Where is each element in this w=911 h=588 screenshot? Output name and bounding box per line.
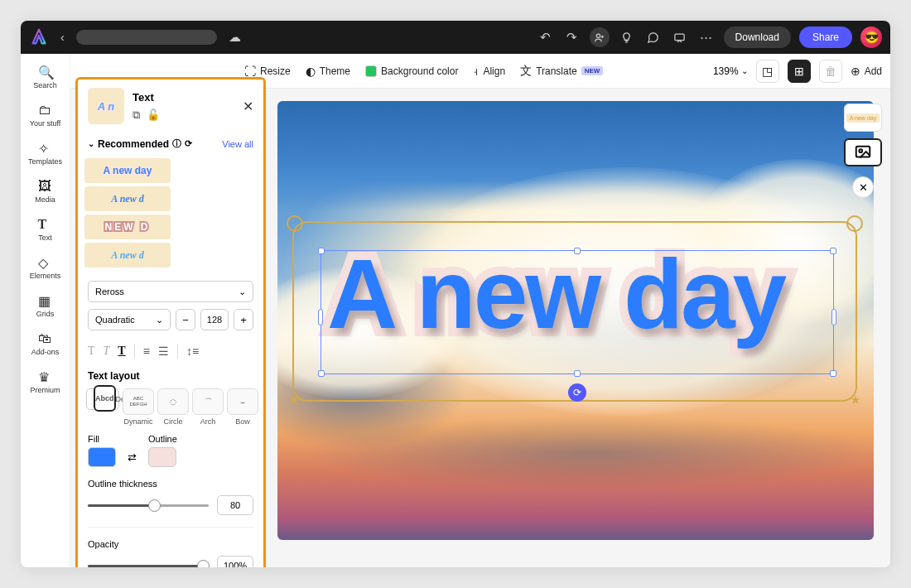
swap-colors-icon[interactable]: ⇄ bbox=[128, 451, 137, 464]
theme-button[interactable]: ◐Theme bbox=[306, 65, 350, 78]
opacity-value[interactable]: 100% bbox=[217, 556, 253, 567]
list-icon[interactable]: ☰ bbox=[158, 345, 169, 358]
align-button[interactable]: ⫞Align bbox=[473, 65, 505, 78]
app-logo[interactable] bbox=[29, 27, 49, 47]
present-icon[interactable] bbox=[671, 28, 689, 46]
style-tile-4[interactable]: A new d bbox=[84, 243, 171, 267]
style-tile-2[interactable]: A new d bbox=[84, 186, 171, 211]
rail-addons[interactable]: 🛍Add-ons bbox=[21, 325, 70, 363]
bgcolor-button[interactable]: Background color bbox=[365, 65, 458, 77]
more-icon[interactable]: ⋯ bbox=[697, 28, 716, 46]
rotate-handle[interactable]: ⟳ bbox=[568, 383, 586, 402]
rail-text[interactable]: TText bbox=[21, 210, 70, 248]
view-all-link[interactable]: View all bbox=[222, 139, 253, 149]
selection-box[interactable]: ⟳ bbox=[321, 250, 834, 374]
layer-thumbs: A new day ✕ bbox=[844, 104, 882, 198]
opacity-slider[interactable] bbox=[88, 565, 209, 567]
doc-title[interactable] bbox=[76, 30, 217, 45]
rail-elements[interactable]: ◇Elements bbox=[21, 248, 70, 287]
rail-search[interactable]: 🔍Search bbox=[21, 58, 70, 96]
add-button[interactable]: ⊕Add bbox=[851, 65, 882, 78]
layout-circle[interactable]: ◌Circle bbox=[157, 388, 189, 426]
panel-title: Text bbox=[133, 91, 234, 104]
text-italic-icon[interactable]: T bbox=[104, 345, 110, 358]
lock-icon[interactable]: 🔓 bbox=[147, 108, 160, 122]
share-button[interactable]: Share bbox=[799, 27, 852, 48]
close-layer-icon[interactable]: ✕ bbox=[852, 176, 874, 198]
back-chevron-icon[interactable]: ‹ bbox=[55, 29, 70, 46]
font-select[interactable]: Reross⌄ bbox=[88, 281, 253, 302]
svg-rect-1 bbox=[675, 34, 684, 41]
spacing-icon[interactable]: ↕≡ bbox=[186, 345, 199, 358]
topbar: ‹ ☁ ↶ ↷ ⋯ Download Share 😎 bbox=[21, 21, 890, 54]
outline-swatch[interactable] bbox=[148, 447, 176, 467]
zoom-level[interactable]: 139%⌄ bbox=[713, 65, 748, 77]
outline-thick-label: Outline thickness bbox=[88, 479, 253, 489]
align-icon[interactable]: ≡ bbox=[143, 345, 150, 358]
rail-grids[interactable]: ▦Grids bbox=[21, 287, 70, 325]
bulb-icon[interactable] bbox=[618, 28, 636, 46]
outline-value[interactable]: 80 bbox=[217, 495, 253, 515]
layout-dynamic[interactable]: ABCDEFGHDynamic bbox=[123, 388, 154, 426]
weight-select[interactable]: Quadratic⌄ bbox=[88, 309, 171, 330]
size-plus[interactable]: + bbox=[234, 309, 253, 330]
left-rail: 🔍Search 🗀Your stuff ✧Templates 🖼Media TT… bbox=[21, 54, 70, 567]
layer-thumb-text[interactable]: A new day bbox=[844, 104, 882, 132]
text-regular-icon[interactable]: T bbox=[88, 345, 95, 358]
size-value[interactable]: 128 bbox=[200, 309, 229, 330]
canvas[interactable]: A new day ⟳ bbox=[277, 101, 874, 540]
text-thumb: A n bbox=[88, 88, 124, 124]
comment-icon[interactable] bbox=[644, 28, 663, 46]
text-layout-label: Text layout bbox=[78, 367, 263, 385]
download-button[interactable]: Download bbox=[724, 27, 791, 48]
fill-swatch[interactable] bbox=[88, 447, 116, 467]
svg-point-3 bbox=[859, 149, 862, 152]
resize-button[interactable]: ⛶Resize bbox=[244, 65, 291, 78]
recommended-label[interactable]: ⌄Recommended ⓘ ⟳ bbox=[88, 137, 192, 150]
layer-thumb-image[interactable] bbox=[844, 138, 882, 166]
outline-slider[interactable] bbox=[88, 504, 209, 507]
layout-bow[interactable]: ⌣Bow bbox=[227, 388, 258, 426]
layout-arch[interactable]: ⌒Arch bbox=[192, 388, 224, 426]
rail-media[interactable]: 🖼Media bbox=[21, 172, 70, 210]
redo-icon[interactable]: ↷ bbox=[563, 28, 581, 46]
cloud-sync-icon[interactable]: ☁ bbox=[229, 30, 241, 45]
text-underline-icon[interactable]: T bbox=[118, 345, 125, 358]
style-tile-3[interactable]: NEW D bbox=[84, 214, 171, 239]
view-btn-1[interactable]: ◳ bbox=[756, 60, 779, 83]
rail-your-stuff[interactable]: 🗀Your stuff bbox=[21, 96, 70, 134]
text-panel: A n Text ⧉ 🔓 ✕ ⌄Recommended ⓘ ⟳ View all… bbox=[75, 77, 266, 567]
add-people-icon[interactable] bbox=[590, 27, 610, 47]
delete-icon[interactable]: 🗑 bbox=[819, 60, 842, 83]
svg-point-0 bbox=[596, 34, 600, 37]
undo-icon[interactable]: ↶ bbox=[537, 28, 555, 46]
close-panel-icon[interactable]: ✕ bbox=[243, 99, 253, 114]
style-tile-1[interactable]: A new day bbox=[84, 158, 171, 183]
rail-templates[interactable]: ✧Templates bbox=[21, 134, 70, 172]
view-btn-2[interactable]: ⊞ bbox=[788, 60, 811, 83]
rail-premium[interactable]: ♛Premium bbox=[21, 363, 70, 401]
duplicate-icon[interactable]: ⧉ bbox=[133, 108, 140, 122]
layout-default[interactable]: AbcdDefault bbox=[86, 388, 119, 410]
translate-button[interactable]: 文TranslateNEW bbox=[520, 64, 603, 79]
opacity-label: Opacity bbox=[88, 539, 253, 549]
avatar[interactable]: 😎 bbox=[860, 27, 882, 48]
size-minus[interactable]: − bbox=[176, 309, 195, 330]
